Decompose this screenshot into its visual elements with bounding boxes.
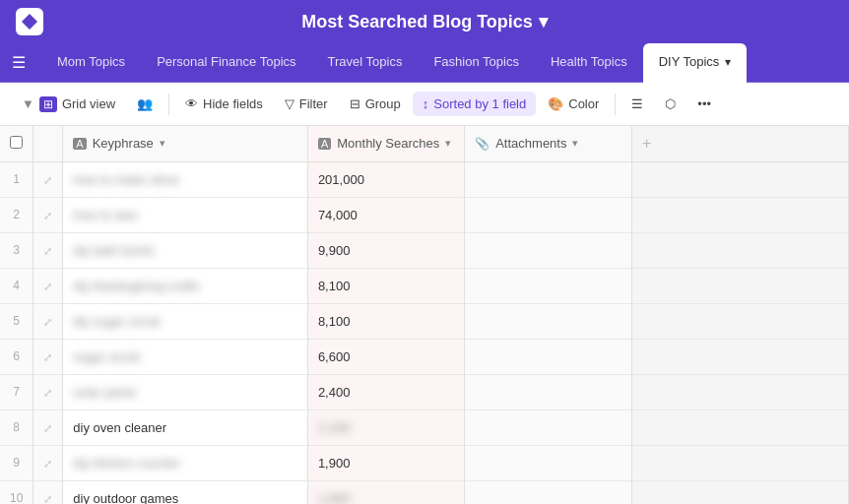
keyphrase-value: how to make slime [73,172,179,187]
expand-row-icon[interactable]: ⤢ [43,422,52,434]
expand-row-icon[interactable]: ⤢ [43,245,52,257]
monthly-searches-cell: 9,900 [307,232,464,268]
extra-header[interactable]: + [632,126,849,161]
monthly-searches-cell: 8,100 [307,268,464,303]
table-row: 8 ⤢ diy oven cleaner 2,100 [0,410,849,445]
attachments-cell [465,232,632,268]
row-expand-cell[interactable]: ⤢ [33,197,63,232]
table-row: 9 ⤢ diy kitchen counter 1,900 [0,445,849,480]
extra-cell [632,410,849,445]
tab-fashion-topics[interactable]: Fashion Topics [418,43,534,83]
expand-row-icon[interactable]: ⤢ [43,316,52,328]
attachments-header[interactable]: 📎 Attachments ▾ [465,126,632,161]
keyphrase-value: diy outdoor games [73,491,178,505]
group-label: Group [365,96,401,111]
row-expand-cell[interactable]: ⤢ [33,339,63,374]
filter-label: Filter [299,96,328,111]
logo-icon [22,14,37,30]
table-row: 5 ⤢ diy sugar scrub 8,100 [0,303,849,339]
more-options-button[interactable]: ••• [687,92,721,116]
keyphrase-value: how to sew [73,208,137,222]
row-number: 2 [0,197,33,232]
grid-view-label: Grid view [62,96,115,111]
row-expand-cell[interactable]: ⤢ [33,480,63,504]
expand-row-icon[interactable]: ⤢ [43,174,52,186]
keyphrase-header[interactable]: A Keyphrase ▾ [63,126,308,161]
keyphrase-cell: diy kitchen counter [63,445,308,480]
monthly-searches-cell: 2,100 [307,410,464,445]
row-number: 10 [0,480,33,504]
monthly-searches-value: 1,800 [318,491,351,505]
tab-travel-topics[interactable]: Travel Topics [312,43,419,83]
row-expand-cell[interactable]: ⤢ [33,445,63,480]
select-all-checkbox-header[interactable] [0,126,33,161]
extra-cell [632,197,849,232]
keyphrase-cell: diy bath bomb [63,232,308,268]
grid-view-button[interactable]: ▼ ⊞ Grid view [12,92,125,117]
app-logo[interactable] [16,8,43,35]
keyphrase-cell: diy oven cleaner [63,410,308,445]
expand-row-icon[interactable]: ⤢ [43,387,52,399]
hide-fields-button[interactable]: 👁 Hide fields [175,92,273,116]
monthly-searches-header[interactable]: A Monthly Searches ▾ [307,126,464,161]
expand-row-icon[interactable]: ⤢ [43,351,52,363]
monthly-searches-cell: 8,100 [307,303,464,339]
hide-icon: 👁 [185,96,198,111]
row-expand-cell[interactable]: ⤢ [33,232,63,268]
row-expand-cell[interactable]: ⤢ [33,410,63,445]
monthly-type-icon: A [318,138,331,150]
title-caret-icon[interactable]: ▾ [539,11,548,32]
row-number: 8 [0,410,33,445]
extra-cell [632,445,849,480]
extra-cell [632,232,849,268]
toolbar: ▼ ⊞ Grid view 👥 👁 Hide fields ▽ Filter ⊟… [0,83,849,126]
keyphrase-type-icon: A [73,138,86,150]
row-height-icon: ☰ [631,96,643,111]
row-expand-cell[interactable]: ⤢ [33,303,63,339]
keyphrase-value: diy bath bomb [73,243,154,258]
tab-diy-topics[interactable]: DIY Topics ▾ [643,43,748,83]
keyphrase-cell: diy sugar scrub [63,303,308,339]
monthly-searches-value: 2,400 [318,385,351,400]
expand-row-icon[interactable]: ⤢ [43,493,52,505]
color-button[interactable]: 🎨 Color [538,92,609,116]
monthly-searches-cell: 201,000 [307,161,464,197]
add-column-icon: + [642,135,651,153]
attachments-cell [465,339,632,374]
tab-mom-topics[interactable]: Mom Topics [41,43,141,83]
attachments-cell [465,161,632,197]
attachments-cell [465,480,632,504]
users-button[interactable]: 👥 [127,92,163,116]
row-expand-cell[interactable]: ⤢ [33,161,63,197]
keyphrase-value: solar panel [73,385,136,400]
tab-diy-caret-icon: ▾ [725,55,731,69]
extra-cell [632,161,849,197]
group-button[interactable]: ⊟ Group [340,92,411,116]
sort-button[interactable]: ↕ Sorted by 1 field [413,92,536,116]
filter-button[interactable]: ▽ Filter [275,92,338,116]
expand-row-icon[interactable]: ⤢ [43,458,52,470]
expand-row-icon[interactable]: ⤢ [43,281,52,292]
row-number: 3 [0,232,33,268]
keyphrase-cell: diy thanksgiving crafts [63,268,308,303]
select-all-checkbox[interactable] [10,136,23,149]
monthly-searches-value: 201,000 [318,172,364,187]
keyphrase-cell: how to make slime [63,161,308,197]
keyphrase-sort-icon: ▾ [160,137,165,150]
monthly-searches-value: 8,100 [318,314,351,329]
row-expand-cell[interactable]: ⤢ [33,268,63,303]
share-button[interactable]: ⬡ [655,92,686,116]
expand-row-icon[interactable]: ⤢ [43,210,52,221]
tab-health-topics[interactable]: Health Topics [535,43,643,83]
menu-icon[interactable]: ☰ [8,49,30,76]
tab-diy-label: DIY Topics [659,54,720,69]
tab-navigation: ☰ Mom Topics Personal Finance Topics Tra… [0,43,849,83]
extra-cell [632,374,849,410]
table-row: 1 ⤢ how to make slime 201,000 [0,161,849,197]
toolbar-separator-2 [615,94,616,115]
header-bar: Most Searched Blog Topics ▾ [0,0,849,43]
row-expand-cell[interactable]: ⤢ [33,374,63,410]
row-height-button[interactable]: ☰ [621,92,653,116]
tab-personal-finance-topics[interactable]: Personal Finance Topics [141,43,311,83]
monthly-searches-cell: 1,900 [307,445,464,480]
